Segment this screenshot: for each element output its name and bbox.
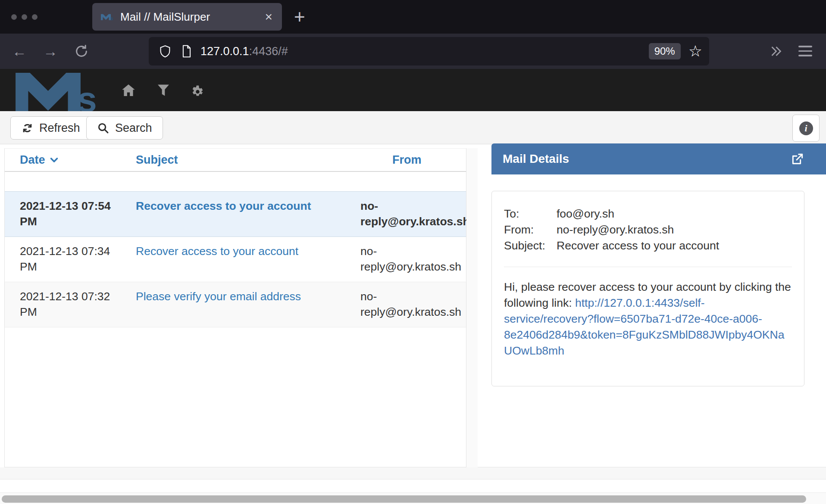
horizontal-scrollbar[interactable]	[2, 495, 806, 503]
detail-to-row: To: foo@ory.sh	[504, 206, 792, 222]
mail-body: Hi, please recover access to your accoun…	[504, 279, 792, 359]
row-from: no-reply@ory.kratos.sh	[343, 198, 472, 229]
back-icon[interactable]: ←	[12, 42, 27, 60]
subject-link[interactable]: Please verify your email address	[136, 290, 301, 303]
zoom-level-badge[interactable]: 90%	[649, 43, 681, 59]
subject-link[interactable]: Recover access to your account	[136, 199, 311, 212]
column-header-date[interactable]: Date	[5, 153, 125, 167]
mail-rows: 2021-12-13 07:54 PM Recover access to yo…	[5, 191, 466, 327]
mail-details-title: Mail Details	[503, 152, 569, 166]
svg-text:s: s	[110, 15, 113, 21]
footer-white-band	[0, 479, 826, 493]
external-link-icon[interactable]	[791, 152, 804, 166]
hamburger-menu-icon[interactable]	[798, 46, 812, 56]
table-row[interactable]: 2021-12-13 07:54 PM Recover access to yo…	[5, 191, 466, 237]
panel-divider	[466, 148, 478, 479]
sort-desc-icon	[49, 155, 59, 165]
overflow-chevrons-icon[interactable]	[768, 45, 783, 58]
to-value: foo@ory.sh	[557, 206, 614, 222]
refresh-label: Refresh	[39, 121, 80, 135]
row-date: 2021-12-13 07:34 PM	[5, 243, 125, 274]
from-label: From:	[504, 222, 557, 238]
window-close-dot[interactable]	[11, 14, 17, 20]
row-subject: Recover access to your account	[125, 198, 343, 229]
shield-icon[interactable]	[159, 45, 171, 58]
browser-window: s Mail // MailSlurper × + ← → 127.0.0.1:…	[0, 0, 826, 504]
mail-list-panel: Date Subject From 2021-12-13 07:54 PM Re…	[4, 148, 466, 467]
from-value: no-reply@ory.kratos.sh	[557, 222, 674, 238]
row-from: no-reply@ory.kratos.sh	[343, 243, 466, 274]
subject-value: Recover access to your account	[557, 238, 719, 254]
mail-details-card: To: foo@ory.sh From: no-reply@ory.kratos…	[491, 191, 804, 386]
tab-close-icon[interactable]: ×	[264, 10, 273, 23]
window-minimize-dot[interactable]	[22, 14, 27, 20]
detail-subject-row: Subject: Recover access to your account	[504, 238, 792, 254]
row-from: no-reply@ory.kratos.sh	[343, 289, 466, 320]
reload-icon[interactable]	[74, 44, 89, 59]
subject-label: Subject:	[504, 238, 557, 254]
mailslurper-logo: s	[16, 71, 100, 111]
forward-icon[interactable]: →	[43, 42, 58, 60]
action-bar: Refresh Search i	[0, 111, 826, 144]
column-header-from: From	[343, 153, 466, 167]
tab-title: Mail // MailSlurper	[120, 10, 264, 24]
info-button[interactable]: i	[792, 115, 820, 142]
tab-strip: s Mail // MailSlurper × +	[0, 0, 826, 34]
gear-icon[interactable]	[191, 84, 204, 97]
mailslurper-favicon: s	[101, 13, 114, 21]
detail-from-row: From: no-reply@ory.kratos.sh	[504, 222, 792, 238]
row-date: 2021-12-13 07:54 PM	[5, 198, 125, 229]
row-date: 2021-12-13 07:32 PM	[5, 289, 125, 320]
to-label: To:	[504, 206, 557, 222]
app-navbar: s	[0, 69, 826, 111]
refresh-icon	[21, 122, 34, 134]
browser-tab[interactable]: s Mail // MailSlurper ×	[92, 3, 282, 31]
svg-text:s: s	[77, 80, 97, 111]
table-row[interactable]: 2021-12-13 07:32 PM Please verify your e…	[5, 282, 466, 327]
search-label: Search	[115, 121, 152, 135]
footer-gray-band	[0, 467, 826, 479]
details-divider	[504, 267, 792, 267]
table-row[interactable]: 2021-12-13 07:34 PM Recover access to yo…	[5, 237, 466, 282]
refresh-button[interactable]: Refresh	[10, 116, 91, 140]
mail-details-header: Mail Details	[491, 143, 826, 174]
search-icon	[97, 122, 110, 134]
address-bar[interactable]: 127.0.0.1:4436/# 90% ☆	[149, 37, 709, 65]
search-button[interactable]: Search	[86, 116, 163, 140]
page-icon[interactable]	[181, 45, 192, 58]
row-subject: Recover access to your account	[125, 243, 343, 274]
url-path: :4436/#	[249, 45, 288, 58]
info-icon: i	[799, 121, 813, 135]
browser-toolbar: ← → 127.0.0.1:4436/# 90% ☆	[0, 34, 826, 69]
window-controls[interactable]	[11, 14, 38, 20]
url-host: 127.0.0.1	[200, 45, 249, 58]
url-text: 127.0.0.1:4436/#	[200, 45, 288, 58]
bookmark-star-icon[interactable]: ☆	[688, 44, 702, 59]
window-zoom-dot[interactable]	[32, 14, 38, 20]
filter-icon[interactable]	[158, 84, 169, 96]
new-tab-button[interactable]: +	[294, 5, 305, 28]
column-header-subject: Subject	[125, 153, 343, 167]
subject-link[interactable]: Recover access to your account	[136, 245, 298, 258]
row-subject: Please verify your email address	[125, 289, 343, 320]
mail-list-header: Date Subject From	[5, 149, 466, 172]
home-icon[interactable]	[122, 84, 135, 96]
